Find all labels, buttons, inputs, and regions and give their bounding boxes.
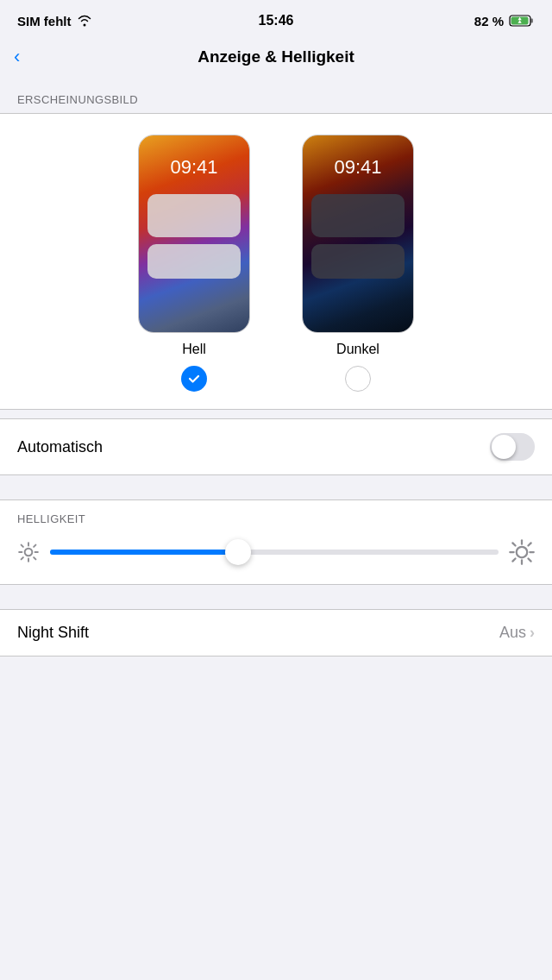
automatisch-toggle[interactable] <box>490 433 535 461</box>
radio-hell[interactable] <box>181 366 207 392</box>
status-right: 82 % <box>474 14 535 28</box>
notif-light-1 <box>147 194 241 237</box>
page-title: Anzeige & Helligkeit <box>198 47 354 66</box>
svg-line-11 <box>34 545 35 547</box>
svg-line-19 <box>512 558 515 561</box>
night-shift-value: Aus <box>499 624 526 642</box>
radio-dunkel[interactable] <box>345 366 371 392</box>
svg-line-20 <box>528 543 530 545</box>
sun-large-icon <box>509 539 535 565</box>
battery-icon <box>509 14 535 28</box>
brightness-thumb[interactable] <box>225 539 251 565</box>
brightness-section: HELLIGKEIT <box>0 499 552 585</box>
svg-line-9 <box>34 557 35 559</box>
preview-bg-light: 09:41 <box>139 135 249 332</box>
night-shift-section: Night Shift Aus › <box>0 609 552 656</box>
brightness-section-label: HELLIGKEIT <box>17 512 535 525</box>
preview-time-hell: 09:41 <box>170 156 217 179</box>
svg-point-12 <box>517 547 528 558</box>
automatisch-label: Automatisch <box>17 438 103 456</box>
back-button[interactable]: ‹ <box>14 46 20 68</box>
brightness-slider[interactable] <box>50 550 499 555</box>
automatisch-row: Automatisch <box>0 418 552 475</box>
appearance-option-dunkel[interactable]: 09:41 Dunkel <box>302 135 414 392</box>
svg-line-17 <box>512 543 515 545</box>
notif-dark-1 <box>311 194 405 237</box>
svg-point-3 <box>25 549 33 556</box>
brightness-fill <box>50 550 238 555</box>
sun-small-icon <box>17 541 40 563</box>
notif-light-2 <box>147 244 241 279</box>
preview-hell: 09:41 <box>138 135 250 333</box>
carrier-label: SIM fehlt <box>17 14 72 28</box>
label-dunkel: Dunkel <box>336 342 380 357</box>
preview-bg-dark: 09:41 <box>303 135 413 332</box>
toggle-knob <box>492 435 516 459</box>
svg-line-8 <box>22 545 23 547</box>
svg-line-10 <box>22 557 23 559</box>
appearance-section: 09:41 Hell 09:41 Dunkel <box>0 113 552 410</box>
night-shift-label: Night Shift <box>17 624 89 642</box>
appearance-option-hell[interactable]: 09:41 Hell <box>138 135 250 392</box>
preview-time-dunkel: 09:41 <box>334 156 381 179</box>
checkmark-icon <box>187 372 201 386</box>
section-label-erscheinungsbild: ERSCHEINUNGSBILD <box>0 81 552 113</box>
svg-line-18 <box>528 558 530 561</box>
svg-rect-1 <box>530 19 533 23</box>
appearance-options: 09:41 Hell 09:41 Dunkel <box>0 135 552 392</box>
label-hell: Hell <box>182 342 206 357</box>
status-bar: SIM fehlt 15:46 82 % <box>0 0 552 38</box>
night-shift-right: Aus › <box>499 624 535 642</box>
preview-dunkel: 09:41 <box>302 135 414 333</box>
wifi-icon <box>77 15 92 27</box>
brightness-row <box>17 539 535 565</box>
chevron-right-icon: › <box>530 624 535 642</box>
status-left: SIM fehlt <box>17 14 92 28</box>
brightness-section-wrapper: HELLIGKEIT <box>0 499 552 585</box>
status-time: 15:46 <box>259 13 294 28</box>
notif-dark-2 <box>311 244 405 279</box>
battery-percentage: 82 % <box>474 14 504 28</box>
night-shift-row[interactable]: Night Shift Aus › <box>0 610 552 656</box>
nav-bar: ‹ Anzeige & Helligkeit <box>0 38 552 81</box>
